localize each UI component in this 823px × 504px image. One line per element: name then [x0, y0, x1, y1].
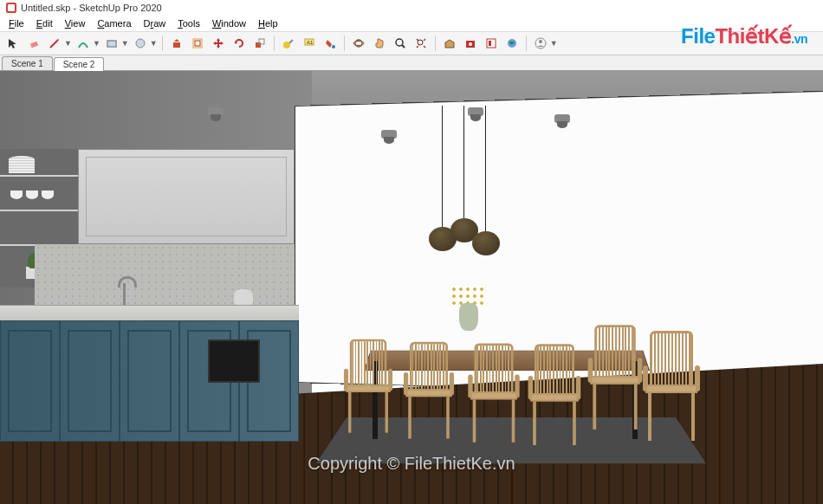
- menu-window[interactable]: Window: [207, 17, 251, 29]
- toolbar-separator: [162, 36, 163, 51]
- svg-point-17: [396, 39, 403, 46]
- tape-tool[interactable]: [279, 34, 298, 53]
- svg-rect-22: [489, 41, 491, 46]
- ceiling-spotlight: [381, 130, 397, 139]
- svg-rect-4: [108, 42, 115, 46]
- svg-rect-9: [256, 42, 261, 48]
- dropdown-icon[interactable]: ▼: [150, 39, 158, 48]
- paint-tool[interactable]: [321, 34, 340, 53]
- svg-rect-8: [195, 41, 200, 46]
- menu-view[interactable]: View: [60, 17, 91, 29]
- backsplash: [35, 244, 295, 305]
- dining-chair: [641, 331, 702, 443]
- svg-point-25: [539, 40, 542, 43]
- window-title: Untitled.skp - SketchUp Pro 2020: [21, 3, 162, 13]
- line-tool[interactable]: [45, 34, 64, 53]
- app-icon: [5, 2, 17, 14]
- dining-chair: [402, 342, 456, 441]
- 3d-viewport[interactable]: [0, 71, 823, 504]
- 3d-warehouse-tool[interactable]: [440, 34, 459, 53]
- scene-tab-2[interactable]: Scene 2: [54, 57, 105, 71]
- arc-tool[interactable]: [74, 34, 93, 53]
- menu-camera[interactable]: Camera: [92, 17, 136, 29]
- zoom-extents-tool[interactable]: [412, 34, 431, 53]
- toolbar-separator: [344, 36, 345, 51]
- orbit-tool[interactable]: [349, 34, 368, 53]
- toolbar-separator: [435, 36, 436, 51]
- offset-tool[interactable]: [188, 34, 207, 53]
- dining-chair: [586, 325, 645, 432]
- menu-tools[interactable]: Tools: [172, 17, 205, 29]
- svg-point-20: [469, 42, 472, 46]
- menu-help[interactable]: Help: [253, 17, 283, 29]
- logo-watermark: FileThiếtKế.vn: [681, 24, 807, 48]
- menu-draw[interactable]: Draw: [139, 17, 172, 29]
- dining-chair: [467, 344, 522, 445]
- move-tool[interactable]: [209, 34, 228, 53]
- svg-rect-2: [30, 42, 38, 48]
- scene-tabs: Scene 1 Scene 2: [0, 55, 823, 71]
- vase: [459, 303, 478, 331]
- zoom-tool[interactable]: [391, 34, 410, 53]
- svg-rect-1: [8, 4, 15, 11]
- scene-tab-1[interactable]: Scene 1: [2, 56, 53, 70]
- title-bar: Untitled.skp - SketchUp Pro 2020: [0, 0, 823, 16]
- dropdown-icon[interactable]: ▼: [93, 39, 100, 48]
- kettle: [234, 289, 253, 305]
- rectangle-tool[interactable]: [102, 34, 121, 53]
- pan-tool[interactable]: [370, 34, 389, 53]
- countertop: [0, 305, 299, 320]
- toolbar-separator: [526, 36, 527, 51]
- ceiling-spotlight: [208, 107, 224, 116]
- toolbar-separator: [274, 36, 275, 51]
- text-tool[interactable]: A1: [300, 34, 319, 53]
- dropdown-icon[interactable]: ▼: [64, 39, 72, 48]
- svg-point-14: [332, 45, 335, 48]
- user-account[interactable]: [531, 34, 550, 53]
- rotate-tool[interactable]: [230, 34, 249, 53]
- circle-tool[interactable]: [131, 34, 150, 53]
- scale-tool[interactable]: [250, 34, 269, 53]
- upper-cabinets: [78, 149, 295, 244]
- eraser-tool[interactable]: [24, 34, 43, 53]
- menu-edit[interactable]: Edit: [31, 17, 58, 29]
- dining-chair: [527, 344, 582, 448]
- layout-tool[interactable]: [482, 34, 501, 53]
- oven: [208, 339, 260, 383]
- svg-point-5: [136, 39, 145, 48]
- select-tool[interactable]: [3, 34, 23, 53]
- scene-content: [0, 71, 823, 504]
- pendant-lights: [416, 106, 520, 262]
- bowls-icon: [10, 191, 54, 203]
- svg-text:A1: A1: [307, 40, 314, 45]
- dropdown-icon[interactable]: ▼: [550, 39, 558, 48]
- dropdown-icon[interactable]: ▼: [121, 39, 129, 48]
- dining-chair: [342, 339, 394, 436]
- plates-icon: [9, 156, 35, 173]
- pushpull-tool[interactable]: [167, 34, 186, 53]
- add-location-tool[interactable]: [502, 34, 522, 53]
- ceiling-spotlight: [554, 114, 570, 123]
- extension-warehouse-tool[interactable]: [461, 34, 480, 53]
- svg-rect-6: [173, 42, 180, 48]
- menu-file[interactable]: File: [3, 17, 29, 29]
